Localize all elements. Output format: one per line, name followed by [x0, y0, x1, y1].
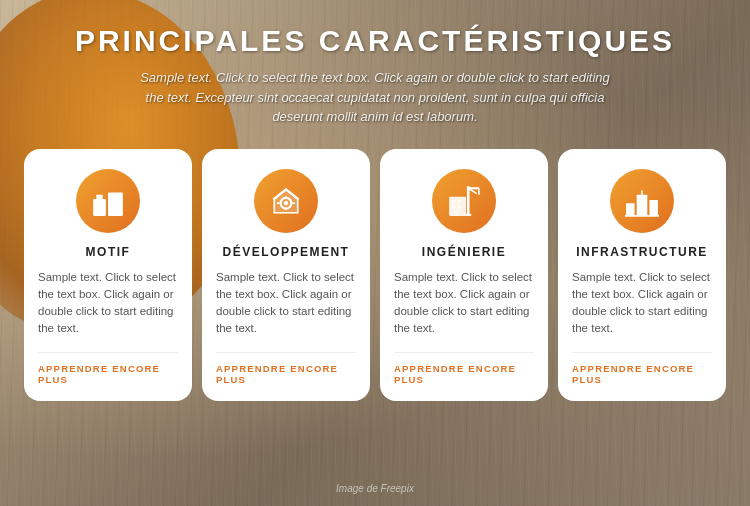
svg-rect-18: [292, 202, 295, 204]
svg-rect-44: [652, 203, 654, 205]
svg-rect-47: [655, 207, 657, 209]
building-icon: [91, 184, 125, 218]
svg-rect-45: [655, 203, 657, 205]
svg-rect-10: [117, 201, 120, 204]
svg-rect-38: [643, 197, 646, 200]
svg-point-15: [284, 201, 288, 205]
card-infrastructure-link[interactable]: APPRENDRE ENCORE PLUS: [572, 352, 712, 385]
cards-row: MOTIF Sample text. Click to select the t…: [20, 149, 730, 401]
infrastructure-icon-circle: [610, 169, 674, 233]
svg-rect-7: [111, 195, 114, 198]
card-motif-title: MOTIF: [86, 245, 131, 259]
page-subtitle: Sample text. Click to select the text bo…: [135, 68, 615, 127]
svg-rect-39: [639, 203, 642, 206]
svg-rect-16: [285, 196, 287, 199]
svg-rect-3: [102, 202, 104, 205]
svg-rect-46: [652, 207, 654, 209]
svg-rect-23: [452, 205, 455, 208]
svg-rect-35: [631, 210, 633, 212]
card-developpement-title: DÉVELOPPEMENT: [223, 245, 350, 259]
crane-icon: [447, 184, 481, 218]
svg-rect-24: [458, 205, 461, 208]
card-infrastructure-text: Sample text. Click to select the text bo…: [572, 269, 712, 338]
card-infrastructure-title: INFRASTRUCTURE: [576, 245, 708, 259]
card-ingenierie-link[interactable]: APPRENDRE ENCORE PLUS: [394, 352, 534, 385]
city-icon: [625, 184, 659, 218]
svg-rect-12: [117, 206, 120, 209]
card-motif-link[interactable]: APPRENDRE ENCORE PLUS: [38, 352, 178, 385]
svg-rect-13: [113, 209, 117, 215]
svg-rect-5: [102, 207, 104, 210]
svg-rect-21: [452, 199, 455, 202]
svg-rect-11: [111, 206, 114, 209]
card-ingenierie: INGÉNIERIE Sample text. Click to select …: [380, 149, 548, 401]
svg-rect-41: [640, 208, 644, 215]
svg-rect-25: [454, 210, 458, 215]
card-ingenierie-text: Sample text. Click to select the text bo…: [394, 269, 534, 338]
svg-rect-9: [111, 201, 114, 204]
svg-rect-8: [117, 195, 120, 198]
svg-rect-31: [626, 203, 635, 216]
page-title: PRINCIPALES CARACTÉRISTIQUES: [75, 24, 675, 58]
svg-rect-40: [643, 203, 646, 206]
card-developpement-link[interactable]: APPRENDRE ENCORE PLUS: [216, 352, 356, 385]
svg-rect-33: [631, 206, 633, 208]
card-infrastructure: INFRASTRUCTURE Sample text. Click to sel…: [558, 149, 726, 401]
developpement-icon-circle: [254, 169, 318, 233]
svg-rect-37: [639, 197, 642, 200]
card-motif-text: Sample text. Click to select the text bo…: [38, 269, 178, 338]
svg-rect-0: [93, 198, 106, 215]
card-motif: MOTIF Sample text. Click to select the t…: [24, 149, 192, 401]
svg-rect-32: [628, 206, 630, 208]
card-developpement-text: Sample text. Click to select the text bo…: [216, 269, 356, 338]
ingenierie-icon-circle: [432, 169, 496, 233]
svg-rect-4: [95, 207, 97, 210]
svg-rect-1: [96, 194, 102, 198]
svg-rect-2: [95, 202, 97, 205]
gear-building-icon: [269, 184, 303, 218]
svg-rect-30: [465, 213, 471, 215]
svg-rect-34: [628, 210, 630, 212]
card-developpement: DÉVELOPPEMENT Sample text. Click to sele…: [202, 149, 370, 401]
page-container: PRINCIPALES CARACTÉRISTIQUES Sample text…: [0, 0, 750, 506]
svg-rect-19: [277, 202, 280, 204]
svg-rect-22: [458, 199, 461, 202]
card-ingenierie-title: INGÉNIERIE: [422, 245, 506, 259]
motif-icon-circle: [76, 169, 140, 233]
svg-rect-17: [285, 207, 287, 210]
